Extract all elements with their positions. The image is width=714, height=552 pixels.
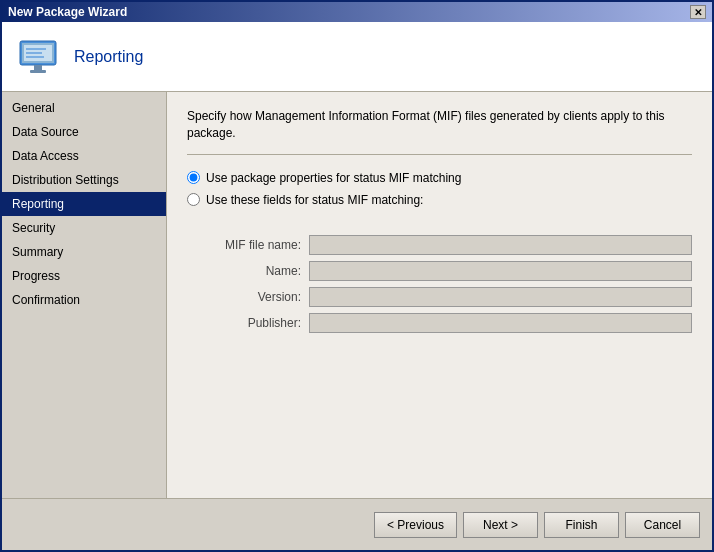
field-label-version: Version: (211, 290, 301, 304)
publisher-input[interactable] (309, 313, 692, 333)
sidebar-item-distribution-settings[interactable]: Distribution Settings (2, 168, 166, 192)
svg-rect-4 (26, 52, 42, 54)
field-row-mif: MIF file name: (211, 235, 692, 255)
svg-rect-7 (30, 70, 46, 73)
field-label-mif: MIF file name: (211, 238, 301, 252)
footer: < Previous Next > Finish Cancel (2, 498, 712, 550)
main-content: Specify how Management Information Forma… (167, 92, 712, 498)
sidebar: General Data Source Data Access Distribu… (2, 92, 167, 498)
title-bar: New Package Wizard ✕ (2, 2, 712, 22)
svg-rect-5 (26, 56, 44, 58)
field-label-name: Name: (211, 264, 301, 278)
finish-button[interactable]: Finish (544, 512, 619, 538)
header-area: Reporting (2, 22, 712, 92)
next-button[interactable]: Next > (463, 512, 538, 538)
radio-input-2[interactable] (187, 193, 200, 206)
sidebar-item-reporting[interactable]: Reporting (2, 192, 166, 216)
close-button[interactable]: ✕ (690, 5, 706, 19)
field-row-name: Name: (211, 261, 692, 281)
svg-rect-3 (26, 48, 46, 50)
radio-input-1[interactable] (187, 171, 200, 184)
separator (187, 154, 692, 155)
header-icon (14, 33, 62, 81)
sidebar-item-progress[interactable]: Progress (2, 264, 166, 288)
sidebar-item-data-source[interactable]: Data Source (2, 120, 166, 144)
sidebar-item-confirmation[interactable]: Confirmation (2, 288, 166, 312)
description-text: Specify how Management Information Forma… (187, 108, 692, 142)
field-row-publisher: Publisher: (211, 313, 692, 333)
radio-label-2: Use these fields for status MIF matching… (206, 193, 423, 207)
version-input[interactable] (309, 287, 692, 307)
radio-option-1[interactable]: Use package properties for status MIF ma… (187, 171, 692, 185)
radio-group: Use package properties for status MIF ma… (187, 171, 692, 215)
name-input[interactable] (309, 261, 692, 281)
radio-label-1: Use package properties for status MIF ma… (206, 171, 461, 185)
cancel-button[interactable]: Cancel (625, 512, 700, 538)
radio-option-2[interactable]: Use these fields for status MIF matching… (187, 193, 692, 207)
header-title: Reporting (74, 48, 143, 66)
sidebar-item-data-access[interactable]: Data Access (2, 144, 166, 168)
content-area: General Data Source Data Access Distribu… (2, 92, 712, 498)
sidebar-item-security[interactable]: Security (2, 216, 166, 240)
wizard-window: New Package Wizard ✕ Reporting (0, 0, 714, 552)
title-bar-buttons: ✕ (690, 5, 706, 19)
svg-rect-6 (34, 65, 42, 70)
field-label-publisher: Publisher: (211, 316, 301, 330)
window-title: New Package Wizard (8, 5, 127, 19)
sidebar-item-summary[interactable]: Summary (2, 240, 166, 264)
mif-file-name-input[interactable] (309, 235, 692, 255)
fields-section: MIF file name: Name: Version: Publisher: (211, 235, 692, 333)
field-row-version: Version: (211, 287, 692, 307)
sidebar-item-general[interactable]: General (2, 96, 166, 120)
previous-button[interactable]: < Previous (374, 512, 457, 538)
